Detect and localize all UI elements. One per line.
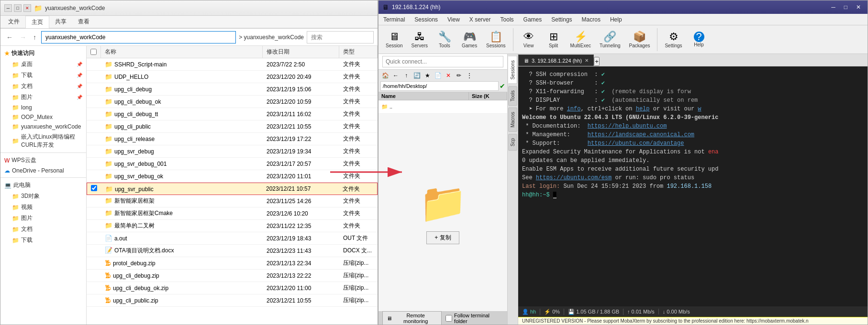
sidebar-item-pictures[interactable]: 📁 图片 📌 [0, 92, 86, 103]
sidebar-downloads-sub[interactable]: 📁 下载 [0, 235, 86, 246]
menu-terminal[interactable]: Terminal [378, 15, 410, 24]
sftp-bookmark-btn[interactable]: ★ [423, 71, 432, 80]
up-btn[interactable]: ↑ [31, 32, 38, 42]
table-row[interactable]: 📁upg_svr_debug_ok 2023/12/20 11:01 文件夹 [87, 170, 378, 183]
table-row[interactable]: 🗜protol_debug.zip 2023/12/13 22:34 压缩(zi… [87, 257, 378, 270]
sidebar-wps[interactable]: W WPS云盘 [0, 155, 86, 166]
table-row-selected[interactable]: 📁upg_svr_public 2023/12/21 10:57 文件夹 [87, 183, 378, 195]
sftp-refresh-btn[interactable]: 🔄 [412, 71, 422, 80]
esm-link[interactable]: https://ubuntu.com/esm [536, 174, 612, 181]
tab-view[interactable]: 查看 [72, 16, 95, 28]
terminal-tab-close[interactable]: ✕ [585, 58, 589, 63]
menu-help[interactable]: Help [605, 15, 627, 24]
search-box[interactable] [307, 31, 374, 43]
toolbar-help-btn[interactable]: ? Help [688, 30, 711, 49]
sidebar-videos[interactable]: 📁 视频 [0, 202, 86, 213]
sftp-up-btn[interactable]: ↑ [401, 71, 411, 80]
minimize-btn[interactable]: ─ [4, 4, 12, 12]
menu-settings[interactable]: Settings [546, 15, 577, 24]
vtab-tools[interactable]: Tools [508, 86, 517, 106]
toolbar-settings-btn[interactable]: ⚙ Settings [661, 29, 685, 50]
mobaterm-minimize[interactable]: ─ [828, 3, 838, 11]
col-header-name[interactable]: 名称 [101, 46, 263, 58]
new-tab-btn[interactable]: + [594, 57, 600, 66]
table-row[interactable]: 📄a.out 2023/12/19 18:43 OUT 文件 [87, 232, 378, 245]
table-row[interactable]: 📁upg_cli_release 2023/12/19 17:22 文件夹 [87, 133, 378, 145]
sidebar-docs-sub[interactable]: 📁 文档 [0, 224, 86, 235]
table-row[interactable]: 📁新智能家居框架 2023/11/25 14:26 文件夹 [87, 195, 378, 207]
table-row[interactable]: 📁upg_svr_debug 2023/12/19 19:34 文件夹 [87, 145, 378, 158]
copy-btn[interactable]: + 复制 [426, 231, 459, 244]
table-row[interactable]: 📁upg_cli_debug 2023/12/19 15:06 文件夹 [87, 83, 378, 96]
table-row[interactable]: 📁新智能家居框架Cmake 2023/12/6 10:20 文件夹 [87, 207, 378, 220]
terminal-tab-1[interactable]: 🖥 3. 192.168.1.224 (hh) ✕ [518, 54, 594, 66]
toolbar-multiexec-btn[interactable]: ⚡ MultiExec [567, 29, 594, 50]
sftp-path-input[interactable] [380, 81, 499, 91]
quick-access-header[interactable]: ★ 快速访问 [0, 48, 86, 59]
toolbar-servers-btn[interactable]: 🖧 Servers [408, 29, 431, 50]
address-input[interactable] [41, 31, 236, 43]
remote-monitor-btn[interactable]: 🖥 Remote monitoring [382, 311, 442, 325]
toolbar-tunneling-btn[interactable]: 🔗 Tunneling [596, 29, 624, 50]
sidebar-item-curl[interactable]: 📁 嵌入式Linux网络编程CURL库开发 [0, 131, 86, 151]
sidebar-3d-objects[interactable]: 📁 3D对象 [0, 191, 86, 202]
tab-file[interactable]: 文件 [2, 16, 25, 28]
sidebar-pictures-sub[interactable]: 📁 图片 [0, 213, 86, 224]
sidebar-onedrive[interactable]: ☁ OneDrive - Personal [0, 166, 86, 175]
sftp-newfile-btn[interactable]: 📄 [433, 71, 443, 80]
toolbar-packages-btn[interactable]: 📦 Packages [626, 29, 654, 50]
sftp-rename-btn[interactable]: ✏ [454, 71, 464, 80]
close-btn[interactable]: ✕ [23, 4, 31, 12]
table-row[interactable]: 📁upg_cli_debug_tt 2023/12/11 16:02 文件夹 [87, 108, 378, 120]
menu-sessions[interactable]: Sessions [410, 15, 443, 24]
menu-macros[interactable]: Macros [577, 15, 605, 24]
mgmt-link[interactable]: https://landscape.canonical.com [588, 131, 694, 138]
toolbar-games-btn[interactable]: 🎮 Games [458, 29, 481, 50]
sidebar-item-docs[interactable]: 📁 文档 📌 [0, 81, 86, 92]
row-checkbox[interactable] [91, 185, 97, 191]
support-link[interactable]: https://ubuntu.com/advantage [588, 140, 684, 147]
back-btn[interactable]: ← [4, 32, 15, 42]
table-row[interactable]: 📁upg_svr_debug_001 2023/12/17 20:57 文件夹 [87, 158, 378, 170]
sidebar-item-desktop[interactable]: 📁 桌面 📌 [0, 59, 86, 70]
vtab-sessions[interactable]: Sessions [508, 56, 517, 84]
mobaterm-maximize[interactable]: □ [841, 3, 850, 11]
sidebar-item-oop[interactable]: 📁 OOP_Mutex [0, 112, 86, 122]
menu-view[interactable]: View [443, 15, 465, 24]
sidebar-item-downloads[interactable]: 📁 下载 📌 [0, 70, 86, 81]
table-row[interactable]: 🗜upg_cli_debug_ok.zip 2023/12/20 11:00 压… [87, 282, 378, 294]
info-link[interactable]: info [567, 106, 581, 112]
forward-btn[interactable]: → [18, 32, 28, 42]
follow-terminal-checkbox[interactable] [445, 315, 452, 322]
col-header-date[interactable]: 修改日期 [263, 46, 339, 58]
menu-tools[interactable]: Tools [496, 15, 519, 24]
table-row[interactable]: 📁upg_cli_public 2023/12/21 10:55 文件夹 [87, 120, 378, 133]
sftp-menu-btn[interactable]: ⋮ [465, 71, 474, 80]
menu-xserver[interactable]: X server [465, 15, 496, 24]
table-row[interactable]: 🗜upg_cli_debug.zip 2023/12/13 22:22 压缩(z… [87, 270, 378, 282]
col-header-type[interactable]: 类型 [339, 46, 378, 58]
mobaterm-close[interactable]: ✕ [853, 3, 864, 11]
help-link[interactable]: help [636, 106, 650, 112]
sftp-delete-btn[interactable]: ✕ [444, 71, 453, 80]
tab-home[interactable]: 主页 [25, 16, 49, 28]
table-row[interactable]: 📁最简单的二叉树 2023/11/22 12:35 文件夹 [87, 220, 378, 232]
terminal-screen[interactable]: ? SSH compression : ✔ ? SSH-browser : ✔ … [518, 66, 868, 306]
table-row[interactable]: 📁UDP_HELLO 2023/12/20 20:49 文件夹 [87, 71, 378, 83]
toolbar-view-btn[interactable]: 👁 View [517, 29, 540, 50]
website-link[interactable]: w [698, 106, 701, 112]
sidebar-item-long[interactable]: 📁 long [0, 103, 86, 112]
sftp-list-item[interactable]: 📁 .. [378, 100, 507, 114]
maximize-btn[interactable]: □ [14, 4, 22, 12]
row-check[interactable] [87, 184, 101, 194]
table-row[interactable]: 📁upg_cli_debug_ok 2023/12/20 10:59 文件夹 [87, 96, 378, 108]
docs-link[interactable]: https://help.ubuntu.com [588, 123, 667, 130]
sidebar-item-workcode[interactable]: 📁 yuanxueshe_workCode [0, 122, 86, 131]
toolbar-split-btn[interactable]: ⊞ Split [542, 29, 565, 50]
tab-share[interactable]: 共享 [49, 16, 72, 28]
sidebar-this-pc[interactable]: 💻 此电脑 [0, 180, 86, 191]
vtab-macros[interactable]: Macros [508, 108, 517, 132]
toolbar-sessions-btn[interactable]: 📋 Sessions [483, 29, 509, 50]
quick-connect-input[interactable] [382, 56, 503, 67]
table-row[interactable]: 📁SSHRD_Script-main 2023/7/22 2:50 文件夹 [87, 58, 378, 71]
